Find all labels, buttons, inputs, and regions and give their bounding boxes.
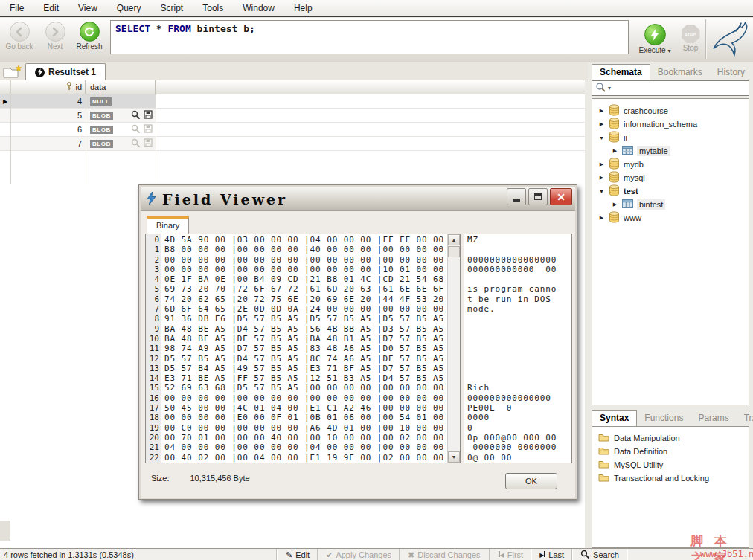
table-row[interactable]: 5BLOB	[0, 109, 585, 123]
first-button[interactable]: ◀First	[491, 549, 531, 560]
new-resultset-tab-icon[interactable]	[3, 65, 22, 79]
menu-file[interactable]: File	[0, 0, 33, 16]
expanded-triangle-icon[interactable]: ▼	[598, 135, 605, 141]
view-blob-magnifier-icon[interactable]	[131, 124, 141, 135]
hex-row: BA 48 BE A5 |D4 57 B5 A5 |56 4B BB A5 |D…	[164, 324, 447, 334]
table-row[interactable]: 7BLOB	[0, 137, 585, 151]
maximize-button[interactable]	[528, 188, 548, 205]
scrollbar-thumb[interactable]	[448, 246, 460, 257]
cell-data[interactable]: NULL	[86, 94, 156, 108]
hex-row: 00 00 00 00 |00 00 00 00 |00 00 00 00 |0…	[164, 393, 447, 403]
tree-item-crashcourse[interactable]: ▶crashcourse	[592, 104, 749, 118]
cell-data[interactable]: BLOB	[86, 123, 156, 136]
column-header-data[interactable]: data	[86, 80, 156, 94]
collapsed-triangle-icon[interactable]: ▶	[598, 108, 605, 114]
tree-item-ii[interactable]: ▼ii	[592, 131, 749, 144]
save-blob-floppy-icon[interactable]	[144, 124, 153, 135]
tree-label: www	[624, 213, 641, 222]
cell-id[interactable]: 7	[10, 137, 86, 150]
last-button[interactable]: ▶Last	[532, 549, 571, 560]
tab-params[interactable]: Params	[690, 411, 736, 426]
syntax-item[interactable]: MySQL Utility	[592, 458, 749, 472]
syntax-item-label: MySQL Utility	[614, 460, 663, 469]
hex-scrollbar[interactable]: ▲ ▼	[447, 234, 460, 463]
tab-syntax[interactable]: Syntax	[592, 410, 637, 426]
cell-id[interactable]: 4	[10, 94, 86, 108]
tab-resultset-1[interactable]: Resultset 1	[25, 63, 106, 80]
tree-item-information_schema[interactable]: ▶information_schema	[592, 118, 749, 131]
menu-window[interactable]: Window	[233, 0, 284, 16]
collapsed-triangle-icon[interactable]: ▶	[612, 202, 618, 207]
table-row[interactable]: ▶4NULL	[0, 94, 585, 109]
execute-dropdown-arrow[interactable]: ▾	[667, 48, 670, 54]
query-editor[interactable]: SELECT * FROM bintest b;	[110, 20, 629, 54]
cell-filler	[156, 137, 585, 150]
syntax-item[interactable]: Transactional and Locking	[592, 472, 749, 485]
menu-script[interactable]: Script	[151, 0, 193, 16]
cell-data[interactable]: BLOB	[86, 109, 156, 122]
tab-schemata[interactable]: Schemata	[592, 64, 650, 80]
expanded-triangle-icon[interactable]: ▼	[598, 189, 605, 194]
check-icon: ✔	[326, 551, 333, 559]
save-blob-floppy-icon[interactable]	[144, 138, 153, 149]
collapsed-triangle-icon[interactable]: ▶	[598, 175, 605, 181]
hex-viewer[interactable]: 012345678910111213141516171819202122 4D …	[145, 234, 461, 463]
discard-changes-button[interactable]: ✖Discard Changes	[400, 549, 488, 560]
tree-item-mytable[interactable]: ▶mytable	[592, 144, 749, 158]
dropdown-arrow-icon[interactable]: ▾	[608, 85, 611, 91]
row-selector[interactable]: ▶	[0, 94, 10, 108]
tree-item-bintest[interactable]: ▶bintest	[592, 198, 749, 211]
go-back-button[interactable]: Go back	[1, 20, 37, 51]
apply-changes-button[interactable]: ✔Apply Changes	[318, 549, 399, 560]
collapsed-triangle-icon[interactable]: ▶	[598, 121, 605, 127]
menu-query[interactable]: Query	[107, 0, 151, 16]
tree-label: mydb	[624, 160, 644, 169]
collapsed-triangle-icon[interactable]: ▶	[598, 161, 605, 167]
refresh-button[interactable]: Refresh	[71, 20, 107, 51]
tree-item-mydb[interactable]: ▶mydb	[592, 158, 749, 171]
execute-button[interactable]: Execute ▾	[637, 22, 673, 54]
row-selector[interactable]	[0, 123, 10, 136]
row-selector[interactable]	[0, 137, 10, 150]
view-blob-magnifier-icon[interactable]	[131, 110, 141, 121]
scroll-up-button[interactable]: ▲	[448, 234, 460, 245]
tree-item-test[interactable]: ▼test	[592, 184, 749, 198]
ok-button[interactable]: OK	[505, 473, 557, 489]
syntax-item[interactable]: Data Definition	[592, 445, 749, 458]
tab-functions[interactable]: Functions	[637, 411, 690, 426]
minimize-button[interactable]	[507, 188, 526, 205]
tab-bookmarks[interactable]: Bookmarks	[650, 65, 710, 80]
collapsed-triangle-icon[interactable]: ▶	[598, 215, 605, 221]
table-row[interactable]: 6BLOB	[0, 123, 585, 137]
column-header-id[interactable]: id	[10, 80, 86, 94]
tab-binary[interactable]: Binary	[147, 216, 189, 234]
tree-item-mysql[interactable]: ▶mysql	[592, 171, 749, 184]
hex-row-number: 11	[146, 344, 159, 353]
cell-id[interactable]: 5	[10, 109, 86, 122]
row-selector[interactable]	[0, 109, 10, 122]
save-blob-floppy-icon[interactable]	[144, 110, 153, 121]
menu-help[interactable]: Help	[284, 0, 322, 16]
search-button[interactable]: Search	[573, 549, 627, 560]
cell-data[interactable]: BLOB	[86, 137, 156, 150]
edit-button[interactable]: ✎Edit	[278, 549, 317, 560]
menu-edit[interactable]: Edit	[33, 0, 68, 16]
menu-tools[interactable]: Tools	[193, 0, 233, 16]
grid-divider	[10, 80, 11, 184]
stop-button[interactable]: STOP Stop	[673, 22, 708, 54]
menu-view[interactable]: View	[68, 0, 107, 16]
ascii-panel[interactable]: MZ 0000000000000000000000000000 00 is pr…	[464, 234, 572, 463]
tree-item-www[interactable]: ▶www	[592, 211, 749, 225]
view-blob-magnifier-icon[interactable]	[131, 138, 141, 149]
next-button[interactable]: Next	[37, 20, 73, 51]
close-button[interactable]: ✕	[550, 188, 572, 205]
schema-search-box[interactable]: ▾	[592, 80, 749, 96]
collapsed-triangle-icon[interactable]: ▶	[612, 148, 618, 154]
syntax-item[interactable]: Data Manipulation	[592, 431, 749, 445]
tab-trx[interactable]: Trx	[737, 411, 753, 426]
scroll-down-button[interactable]: ▼	[448, 451, 460, 463]
statusbar-button-label: Search	[593, 550, 619, 559]
cell-id[interactable]: 6	[10, 123, 86, 136]
tab-history[interactable]: History	[710, 65, 752, 80]
tree-label: ii	[624, 133, 627, 142]
